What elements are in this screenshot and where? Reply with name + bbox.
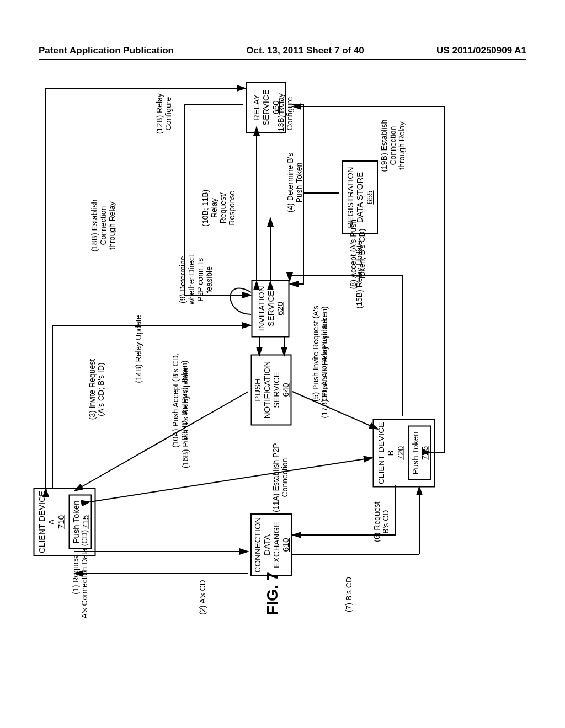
client-a-num: 710: [56, 515, 65, 529]
header-left: Patent Application Publication: [39, 45, 174, 56]
cdx-title: CONNECTION DATA EXCHANGE: [253, 517, 281, 573]
edge-11a: (11A) Establish P2P Connection: [271, 443, 289, 512]
token-a-num: 715: [80, 515, 89, 529]
edge-2: (2) A's CD: [198, 580, 207, 614]
edge-4: (4) Determine B's Push Token: [286, 153, 303, 212]
cdx-box: CONNECTION DATA EXCHANGE 610: [250, 513, 292, 576]
edge-19b: (19B) Establish Connection through Relay: [380, 120, 406, 172]
invitation-service-box: INVITATION SERVICE 620: [252, 280, 290, 338]
invite-title: INVITATION SERVICE: [256, 286, 275, 331]
page-header: Patent Application Publication Oct. 13, …: [39, 45, 526, 60]
client-b-num: 720: [395, 446, 404, 460]
client-device-b-box: CLIENT DEVICE B 720 Push Token 725: [373, 419, 435, 488]
edge-7: (7) B's CD: [344, 577, 353, 612]
client-a-title: CLIENT DEVICE A: [37, 491, 56, 553]
relay-title: RELAY SERVICE: [252, 89, 271, 126]
push-token-b-box: Push Token 725: [408, 426, 431, 480]
edge-12b: (12B) Relay Configure: [155, 93, 173, 134]
edge-16b: (16B) Push B's Relay Update: [181, 368, 190, 468]
edge-3: (3) Invite Request (A's CD; B's ID): [88, 359, 105, 420]
edge-10b: (10B; 11B) Relay Request/ Response: [201, 190, 236, 227]
edge-15b: (15B) Relay Update: [355, 241, 364, 309]
edge-6: (6) Request B's CD: [372, 502, 390, 542]
arrow-push-to-b: [292, 392, 378, 429]
edge-9: (9) Determine whether Direct P2P conn. I…: [178, 255, 214, 304]
client-b-title: CLIENT DEVICE B: [376, 422, 396, 484]
cdx-num: 610: [281, 538, 290, 552]
loop-9: [231, 288, 252, 314]
edge-18b: (18B) Establish Connection through Relay: [90, 200, 116, 252]
figure-label: FIG. 7: [264, 572, 281, 615]
edge-13b: (13B) Relay Configure: [276, 93, 294, 134]
edge-14b: (14B) Relay Update: [134, 315, 143, 383]
figure-7: RELAY SERVICE 650 REGISTRATION DATA STOR…: [58, 94, 452, 645]
arrow-3: [52, 325, 251, 488]
edge-17b: (17B) Push A's Relay Update: [320, 319, 329, 419]
header-right: US 2011/0250909 A1: [436, 45, 526, 56]
push-notification-service-box: PUSH NOTIFICATION SERVICE 640: [251, 355, 292, 426]
regstore-num: 655: [365, 190, 374, 204]
invite-num: 620: [275, 302, 285, 315]
arrow-11a: [90, 458, 372, 502]
push-title: PUSH NOTIFICATION SERVICE: [252, 361, 281, 419]
arrow-18b: [46, 88, 246, 488]
push-num: 640: [281, 383, 290, 397]
arrow-8: [290, 276, 403, 416]
token-b-num: 725: [419, 446, 429, 460]
edge-1: (1) Request A's Connection Data (CD): [71, 530, 89, 619]
token-b-title: Push Token: [410, 431, 419, 474]
header-center: Oct. 13, 2011 Sheet 7 of 40: [246, 45, 364, 56]
